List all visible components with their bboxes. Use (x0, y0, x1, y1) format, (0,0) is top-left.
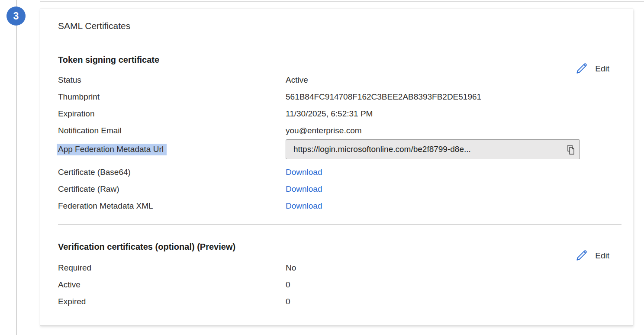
section-divider (58, 224, 621, 225)
active-label: Active (58, 276, 286, 293)
step-connector-line (16, 0, 17, 335)
expired-row: Expired 0 (58, 293, 621, 310)
certificate-raw-download-link[interactable]: Download (286, 180, 322, 197)
edit-verification-button[interactable]: Edit (575, 248, 609, 263)
metadata-url-field (286, 139, 580, 159)
certificate-downloads: Certificate (Base64) Download Certificat… (58, 164, 621, 214)
required-row: Required No (58, 259, 621, 276)
pencil-icon (575, 62, 588, 77)
app-federation-metadata-url-row: App Federation Metadata Url (58, 139, 621, 160)
thumbprint-label: Thumbprint (58, 88, 286, 105)
certificate-base64-row: Certificate (Base64) Download (58, 164, 621, 180)
notification-email-value: you@enterprise.com (286, 122, 362, 139)
federation-metadata-xml-download-link[interactable]: Download (286, 197, 322, 214)
token-signing-rows: Status Active Thumbprint 561B84FC914708F… (58, 71, 621, 139)
metadata-url-input[interactable] (286, 145, 564, 154)
app-federation-metadata-url-label: App Federation Metadata Url (57, 144, 167, 155)
expired-value: 0 (286, 293, 290, 310)
previous-card-bottom-border (40, 1, 644, 2)
edit-token-signing-label: Edit (595, 64, 609, 74)
expired-label: Expired (58, 293, 286, 310)
card-title: SAML Certificates (58, 20, 621, 32)
required-value: No (286, 259, 296, 276)
expiration-value: 11/30/2025, 6:52:31 PM (286, 105, 373, 122)
status-label: Status (58, 71, 286, 88)
required-label: Required (58, 259, 286, 276)
saml-certificates-card: SAML Certificates Token signing certific… (40, 9, 633, 326)
edit-token-signing-button[interactable]: Edit (575, 61, 609, 76)
notification-email-label: Notification Email (58, 122, 286, 139)
certificate-base64-label: Certificate (Base64) (58, 164, 286, 180)
token-signing-certificate-heading: Token signing certificate (58, 54, 621, 66)
copy-icon[interactable] (566, 145, 576, 155)
thumbprint-value: 561B84FC914708F162C3BEE2AB8393FB2DE51961 (286, 88, 481, 105)
step-number-badge: 3 (6, 6, 26, 26)
status-row: Status Active (58, 71, 621, 88)
verification-certificates-heading: Verification certificates (optional) (Pr… (58, 241, 621, 253)
certificate-raw-label: Certificate (Raw) (58, 180, 286, 197)
verification-rows: Required No Active 0 Expired 0 (58, 259, 621, 310)
federation-metadata-xml-label: Federation Metadata XML (58, 197, 286, 214)
pencil-icon (575, 249, 588, 264)
certificate-raw-row: Certificate (Raw) Download (58, 180, 621, 197)
status-value: Active (286, 71, 308, 88)
thumbprint-row: Thumbprint 561B84FC914708F162C3BEE2AB839… (58, 88, 621, 105)
expiration-label: Expiration (58, 105, 286, 122)
federation-metadata-xml-row: Federation Metadata XML Download (58, 197, 621, 214)
notification-email-row: Notification Email you@enterprise.com (58, 122, 621, 139)
edit-verification-label: Edit (595, 251, 609, 261)
certificate-base64-download-link[interactable]: Download (286, 164, 322, 180)
active-value: 0 (286, 276, 290, 293)
active-row: Active 0 (58, 276, 621, 293)
expiration-row: Expiration 11/30/2025, 6:52:31 PM (58, 105, 621, 122)
